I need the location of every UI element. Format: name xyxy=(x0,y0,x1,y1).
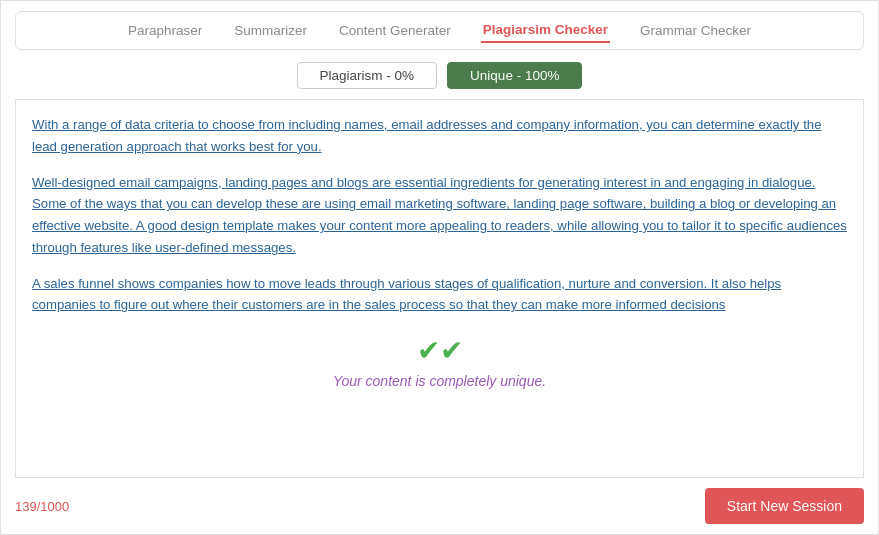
double-check-icon: ✔✔ xyxy=(417,334,463,367)
tab-summarizer[interactable]: Summarizer xyxy=(232,19,309,42)
start-session-button[interactable]: Start New Session xyxy=(705,488,864,524)
tab-grammar-checker[interactable]: Grammar Checker xyxy=(638,19,753,42)
tab-paraphraser[interactable]: Paraphraser xyxy=(126,19,204,42)
tab-bar: Paraphraser Summarizer Content Generater… xyxy=(15,11,864,50)
content-area: With a range of data criteria to choose … xyxy=(15,99,864,478)
tab-content-generater[interactable]: Content Generater xyxy=(337,19,453,42)
footer: 139/1000 Start New Session xyxy=(1,478,878,534)
paragraph-1-text: With a range of data criteria to choose … xyxy=(32,117,821,154)
tab-plagiarism-checker[interactable]: Plagiarsim Checker xyxy=(481,18,610,43)
paragraph-2: Well-designed email campaigns, landing p… xyxy=(32,172,847,259)
unique-message: Your content is completely unique. xyxy=(333,373,546,389)
paragraph-3: A sales funnel shows companies how to mo… xyxy=(32,273,847,317)
word-count: 139/1000 xyxy=(15,499,69,514)
plagiarism-badge: Plagiarism - 0% xyxy=(297,62,438,89)
score-bar: Plagiarism - 0% Unique - 100% xyxy=(1,62,878,89)
paragraph-1: With a range of data criteria to choose … xyxy=(32,114,847,158)
paragraph-2-text: Well-designed email campaigns, landing p… xyxy=(32,175,847,255)
unique-badge: Unique - 100% xyxy=(447,62,582,89)
paragraph-3-text: A sales funnel shows companies how to mo… xyxy=(32,276,781,313)
result-area: ✔✔ Your content is completely unique. xyxy=(32,334,847,389)
